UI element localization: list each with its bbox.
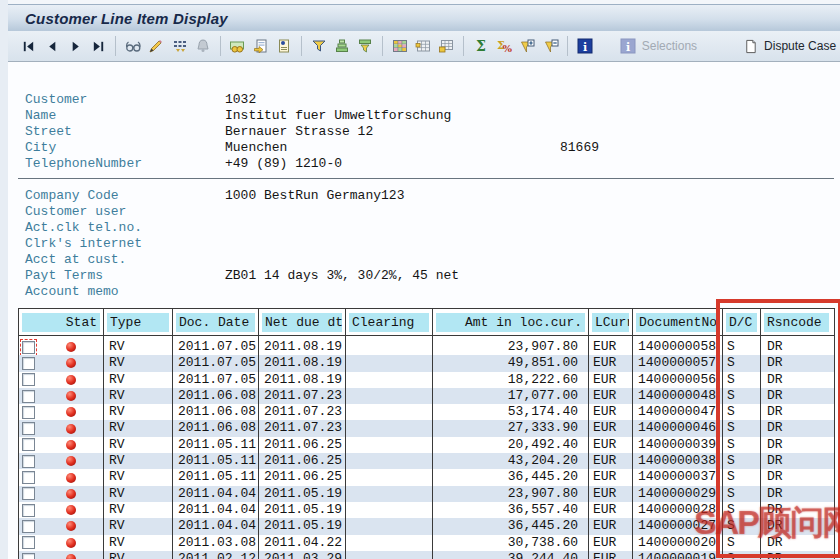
table-body: RV 2011.07.05 2011.08.19 23,907.80 EUR 1… bbox=[19, 339, 834, 559]
lcurr-cell: EUR bbox=[589, 355, 633, 371]
table-row[interactable]: RV 2011.05.11 2011.06.25 43,204.20 EUR 1… bbox=[19, 453, 834, 469]
row-select-checkbox[interactable] bbox=[22, 553, 35, 559]
row-select-checkbox[interactable] bbox=[22, 536, 35, 549]
amount-cell: 36,445.20 bbox=[433, 518, 589, 534]
net-due-cell: 2011.06.25 bbox=[259, 453, 346, 469]
previous-page-icon[interactable] bbox=[43, 37, 60, 55]
subtotal-percent-icon[interactable]: Σ% bbox=[495, 37, 512, 55]
dunning-alarm-icon[interactable] bbox=[194, 37, 211, 55]
row-select-checkbox[interactable] bbox=[22, 471, 35, 484]
stat-cell bbox=[19, 518, 104, 534]
row-select-checkbox[interactable] bbox=[22, 438, 35, 451]
last-page-icon[interactable] bbox=[90, 37, 107, 55]
status-open-icon bbox=[64, 356, 78, 370]
table-row[interactable]: RV 2011.04.04 2011.05.19 23,907.80 EUR 1… bbox=[19, 486, 834, 502]
row-select-checkbox[interactable] bbox=[22, 487, 35, 500]
table-row[interactable]: RV 2011.04.04 2011.05.19 36,557.40 EUR 1… bbox=[19, 502, 834, 518]
document-icon[interactable] bbox=[276, 37, 293, 55]
header-doc-date[interactable]: Doc. Date bbox=[173, 309, 259, 335]
account-sheet-icon[interactable] bbox=[252, 37, 269, 55]
subtotal-grid-icon[interactable] bbox=[414, 37, 431, 55]
status-open-icon bbox=[64, 487, 78, 501]
table-row[interactable]: RV 2011.06.08 2011.07.23 27,333.90 EUR 1… bbox=[19, 420, 834, 436]
docno-cell: 1400000048 bbox=[633, 388, 723, 404]
amount-cell: 49,851.00 bbox=[433, 355, 589, 371]
info-value: Muenchen bbox=[225, 140, 287, 155]
row-select-checkbox[interactable] bbox=[22, 373, 35, 386]
table-row[interactable]: RV 2011.04.04 2011.05.19 36,445.20 EUR 1… bbox=[19, 518, 834, 534]
doc-date-cell: 2011.04.04 bbox=[173, 502, 259, 518]
info-icon[interactable]: i bbox=[576, 37, 593, 55]
table-row[interactable]: RV 2011.07.05 2011.08.19 49,851.00 EUR 1… bbox=[19, 355, 834, 371]
rsncode-cell: DR bbox=[761, 355, 832, 371]
table-row[interactable]: RV 2011.03.08 2011.04.22 30,738.60 EUR 1… bbox=[19, 535, 834, 551]
sum-sigma-icon[interactable]: Σ bbox=[472, 37, 489, 55]
line-item-table: Stat Type Doc. Date Net due dt Clearing … bbox=[18, 308, 835, 559]
mass-change-icon[interactable] bbox=[171, 37, 188, 55]
doc-date-cell: 2011.05.11 bbox=[173, 437, 259, 453]
table-row[interactable]: RV 2011.07.05 2011.08.19 23,907.80 EUR 1… bbox=[19, 339, 834, 355]
dispute-case-button[interactable]: Dispute Case bbox=[729, 37, 840, 55]
info-row: Payt TermsZB01 14 days 3%, 30/2%, 45 net bbox=[25, 268, 459, 284]
header-type[interactable]: Type bbox=[104, 309, 173, 335]
header-rsncode[interactable]: Rsncode bbox=[761, 309, 832, 335]
header-stat[interactable]: Stat bbox=[19, 309, 104, 335]
rsncode-cell: DR bbox=[761, 420, 832, 436]
status-open-icon bbox=[64, 471, 78, 485]
info-row: Customer user bbox=[25, 204, 459, 220]
table-row[interactable]: RV 2011.06.08 2011.07.23 17,077.00 EUR 1… bbox=[19, 388, 834, 404]
clearing-cell bbox=[346, 372, 433, 388]
first-page-icon[interactable] bbox=[20, 37, 37, 55]
collapse-icon[interactable] bbox=[542, 37, 559, 55]
amount-cell: 23,907.80 bbox=[433, 339, 589, 355]
filter-icon[interactable] bbox=[310, 37, 327, 55]
header-net-due[interactable]: Net due dt bbox=[259, 309, 346, 335]
clearing-cell bbox=[346, 518, 433, 534]
selections-info-icon: i bbox=[619, 37, 637, 55]
change-pencil-icon[interactable] bbox=[148, 37, 165, 55]
doc-date-cell: 2011.05.11 bbox=[173, 453, 259, 469]
row-select-checkbox[interactable] bbox=[22, 422, 35, 435]
display-glasses-icon[interactable] bbox=[124, 37, 141, 55]
lcurr-cell: EUR bbox=[589, 388, 633, 404]
row-select-checkbox[interactable] bbox=[22, 341, 35, 354]
net-due-cell: 2011.04.22 bbox=[259, 535, 346, 551]
dc-cell: S bbox=[723, 502, 761, 518]
row-select-checkbox[interactable] bbox=[22, 455, 35, 468]
amount-cell: 23,907.80 bbox=[433, 486, 589, 502]
header-dc[interactable]: D/C bbox=[723, 309, 761, 335]
status-open-icon bbox=[64, 405, 78, 419]
header-clearing[interactable]: Clearing bbox=[346, 309, 433, 335]
clearing-cell bbox=[346, 404, 433, 420]
table-row[interactable]: RV 2011.05.11 2011.06.25 36,445.20 EUR 1… bbox=[19, 469, 834, 485]
net-due-cell: 2011.05.19 bbox=[259, 486, 346, 502]
selections-button[interactable]: i Selections bbox=[607, 37, 701, 55]
header-docno[interactable]: DocumentNo bbox=[633, 309, 723, 335]
stat-cell bbox=[19, 339, 104, 355]
svg-text:%: % bbox=[502, 43, 512, 54]
clearing-cell bbox=[346, 355, 433, 371]
toolbar-separator bbox=[115, 36, 116, 56]
row-select-checkbox[interactable] bbox=[22, 357, 35, 370]
sort-ascending-icon[interactable] bbox=[333, 37, 350, 55]
row-select-checkbox[interactable] bbox=[22, 504, 35, 517]
layout-grid-icon[interactable] bbox=[391, 37, 408, 55]
row-select-checkbox[interactable] bbox=[22, 406, 35, 419]
dc-cell: S bbox=[723, 388, 761, 404]
payment-coins-icon[interactable] bbox=[229, 37, 246, 55]
row-select-checkbox[interactable] bbox=[22, 520, 35, 533]
table-row[interactable]: RV 2011.02.12 2011.03.29 39,244.40 EUR 1… bbox=[19, 551, 834, 559]
dc-cell: S bbox=[723, 469, 761, 485]
dc-cell: S bbox=[723, 551, 761, 559]
amount-cell: 39,244.40 bbox=[433, 551, 589, 559]
table-row[interactable]: RV 2011.06.08 2011.07.23 53,174.40 EUR 1… bbox=[19, 404, 834, 420]
sort-descending-icon[interactable] bbox=[357, 37, 374, 55]
header-lcurr[interactable]: LCurr bbox=[589, 309, 633, 335]
header-amount[interactable]: Amt in loc.cur. bbox=[433, 309, 589, 335]
table-row[interactable]: RV 2011.05.11 2011.06.25 20,492.40 EUR 1… bbox=[19, 437, 834, 453]
next-page-icon[interactable] bbox=[67, 37, 84, 55]
save-layout-icon[interactable] bbox=[438, 37, 455, 55]
expand-icon[interactable] bbox=[519, 37, 536, 55]
table-row[interactable]: RV 2011.07.05 2011.08.19 18,222.60 EUR 1… bbox=[19, 372, 834, 388]
row-select-checkbox[interactable] bbox=[22, 390, 35, 403]
